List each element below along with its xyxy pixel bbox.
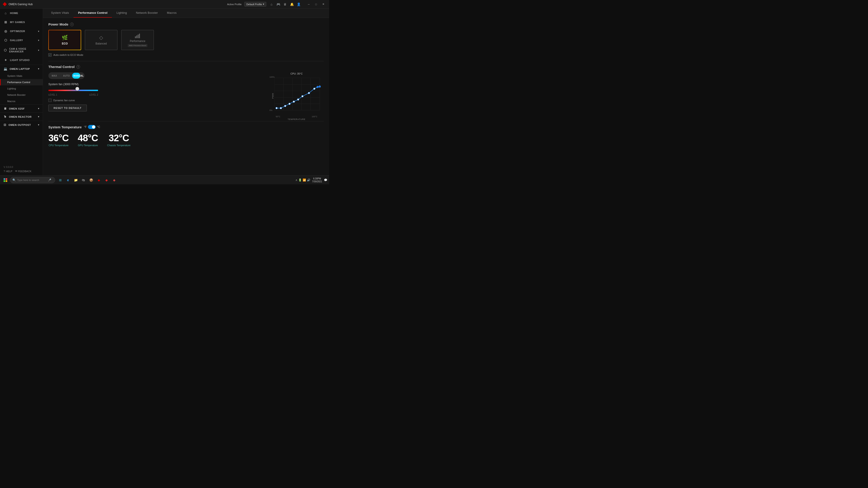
sidebar-sub-system-vitals[interactable]: System Vitals bbox=[0, 73, 43, 79]
thermal-mode-max[interactable]: MAX bbox=[49, 72, 60, 79]
maximize-button[interactable]: □ bbox=[313, 2, 319, 7]
svg-point-24 bbox=[313, 88, 315, 90]
taskbar-right: ∧ 🔋 📶 🔊 6:30PM 7/30/2021 💬 bbox=[296, 177, 328, 183]
fan-chart-container: CPU: 35°C 100% 0% PWM bbox=[270, 72, 324, 118]
svg-point-26 bbox=[319, 86, 321, 88]
tab-lighting[interactable]: Lighting bbox=[112, 8, 131, 18]
omen-laptop-section[interactable]: 💻 OMEN LAPTOP ▾ bbox=[0, 65, 43, 73]
sidebar-sub-performance-control[interactable]: Performance Control bbox=[0, 79, 43, 86]
chassis-temp-card: 32°C Chassis Temperature bbox=[107, 133, 131, 147]
dynamic-fan-row: ✓ Dynamic fan curve bbox=[49, 99, 262, 102]
sidebar-item-home[interactable]: ⌂ HOME bbox=[0, 8, 43, 18]
taskbar-up-arrow-icon[interactable]: ∧ bbox=[296, 178, 298, 182]
taskbar-apps: ⊞ e 📁 🛍 📦 ◆ ◆ ◆ bbox=[57, 177, 118, 184]
search-icon: 🔍 bbox=[12, 178, 16, 182]
temp-unit-switch[interactable] bbox=[88, 125, 96, 129]
chart-x-labels: 50°C 100°C bbox=[270, 116, 324, 118]
taskbar-app-edge[interactable]: e bbox=[65, 177, 71, 184]
sidebar-sub-lighting[interactable]: Lighting bbox=[0, 86, 43, 92]
app-title: OMEN Gaming Hub bbox=[8, 3, 33, 6]
sidebar-item-gallery[interactable]: ⬡ GALLERY ▾ bbox=[0, 36, 43, 45]
svg-rect-2 bbox=[138, 35, 138, 38]
auto-switch-checkbox[interactable]: ✓ bbox=[49, 53, 52, 57]
sidebar-item-cam-voice[interactable]: ⬡ CAM & VOICE ENHANCER ▾ bbox=[0, 45, 43, 56]
gallery-chevron-icon: ▾ bbox=[38, 39, 39, 41]
sys-temp-header: System Temperature °F °C bbox=[49, 125, 324, 129]
thermal-mode-manual[interactable]: MANUAL bbox=[72, 72, 85, 79]
start-button[interactable] bbox=[2, 176, 9, 184]
tab-network-booster[interactable]: Network Booster bbox=[131, 8, 162, 18]
optimizer-nav-icon: ◎ bbox=[4, 29, 8, 33]
help-link[interactable]: ? HELP bbox=[4, 170, 12, 173]
fan-slider-thumb[interactable] bbox=[75, 87, 79, 91]
thermal-mode-auto[interactable]: AUTO bbox=[60, 72, 72, 79]
chart-title: CPU: 35°C bbox=[270, 72, 324, 75]
cam-chevron-icon: ▾ bbox=[38, 49, 39, 52]
outpost-icon: ⊡ bbox=[4, 123, 6, 127]
close-button[interactable]: ✕ bbox=[320, 2, 327, 7]
tab-macros[interactable]: Macros bbox=[162, 8, 181, 18]
taskbar-app-omen-3[interactable]: ◆ bbox=[111, 177, 118, 184]
minimize-button[interactable]: ─ bbox=[306, 2, 312, 7]
omen-reactor-section[interactable]: 🖱 OMEN REACTOR ▾ bbox=[0, 112, 43, 121]
svg-rect-27 bbox=[4, 178, 5, 180]
feedback-link[interactable]: ✉ FEEDBACK bbox=[15, 170, 31, 173]
taskbar-clock[interactable]: 6:30PM 7/30/2021 bbox=[312, 177, 322, 183]
taskbar-app-omen-red[interactable]: ◆ bbox=[95, 177, 102, 184]
tab-system-vitals[interactable]: System Vitals bbox=[46, 8, 73, 18]
taskbar-app-task-view[interactable]: ⊞ bbox=[57, 177, 64, 184]
power-card-eco[interactable]: 🌿 ECO bbox=[49, 30, 81, 50]
search-input[interactable] bbox=[17, 179, 46, 182]
home-icon[interactable]: ⌂ bbox=[269, 2, 274, 6]
taskbar-volume-icon[interactable]: 🔊 bbox=[307, 178, 310, 182]
sidebar-item-optimizer[interactable]: ◎ OPTIMIZER ▾ bbox=[0, 27, 43, 36]
power-card-balanced[interactable]: ◇ Balanced bbox=[85, 30, 118, 50]
content-area: System Vitals Performance Control Lighti… bbox=[43, 8, 329, 175]
toggle-switch-knob bbox=[92, 125, 95, 129]
gallery-nav-icon: ⬡ bbox=[4, 38, 8, 42]
taskbar-search-bar[interactable]: 🔍 🎤 bbox=[10, 177, 55, 183]
taskbar-wifi-icon[interactable]: 📶 bbox=[303, 178, 306, 182]
app-body: ⌂ HOME ⊞ MY GAMES ◎ OPTIMIZER ▾ ⬡ GALLER… bbox=[0, 8, 329, 175]
power-mode-info-icon[interactable]: i bbox=[70, 23, 74, 26]
x25f-chevron-icon: ▾ bbox=[38, 107, 39, 110]
thermal-info-icon[interactable]: i bbox=[76, 65, 80, 69]
user-icon[interactable]: 👤 bbox=[296, 2, 301, 6]
temp-unit-toggle: °F °C bbox=[84, 125, 100, 129]
taskbar-app-dropbox[interactable]: 📦 bbox=[88, 177, 94, 184]
reactor-icon: 🖱 bbox=[4, 115, 7, 119]
fan-slider-labels: LEVEL 1 LEVEL 2 bbox=[49, 94, 98, 96]
chart-y-axis-label: PWM bbox=[272, 93, 274, 98]
omen-outpost-section[interactable]: ⊡ OMEN OUTPOST ▾ bbox=[0, 121, 43, 129]
x25f-icon: 🖥 bbox=[4, 107, 7, 110]
power-mode-title: Power Mode i bbox=[49, 22, 324, 26]
app-logo bbox=[3, 2, 7, 6]
taskbar-notification-icon[interactable]: 💬 bbox=[324, 178, 327, 182]
thermal-row: MAX AUTO MANUAL System fan (3000 RPM) bbox=[49, 72, 324, 118]
controller-icon[interactable]: 🎮 bbox=[276, 2, 281, 6]
monitor-icon[interactable]: 🖥 bbox=[283, 2, 287, 6]
sidebar-sub-macros[interactable]: Macros bbox=[0, 98, 43, 104]
omen-x25f-section[interactable]: 🖥 OMEN X25F ▾ bbox=[0, 104, 43, 112]
svg-rect-28 bbox=[6, 178, 7, 180]
bell-icon[interactable]: 🔔 bbox=[289, 2, 294, 6]
titlebar-icons: ⌂ 🎮 🖥 🔔 👤 bbox=[269, 2, 301, 6]
laptop-icon: 💻 bbox=[4, 67, 7, 70]
taskbar-battery-icon[interactable]: 🔋 bbox=[298, 178, 302, 182]
chart-area: 100% 0% PWM bbox=[270, 76, 324, 116]
sidebar-item-my-games[interactable]: ⊞ MY GAMES bbox=[0, 18, 43, 27]
reset-to-default-button[interactable]: RESET TO DEFAULT bbox=[49, 105, 87, 111]
tab-performance-control[interactable]: Performance Control bbox=[73, 8, 112, 18]
svg-point-22 bbox=[302, 95, 303, 97]
dynamic-fan-checkbox[interactable]: ✓ bbox=[49, 99, 52, 102]
power-card-performance[interactable]: Performance AMD Precision Boost bbox=[121, 30, 154, 50]
mic-icon: 🎤 bbox=[48, 178, 51, 182]
taskbar-app-store[interactable]: 🛍 bbox=[80, 177, 87, 184]
profile-dropdown[interactable]: Default Profile ▾ bbox=[244, 2, 266, 6]
fan-slider-wrap bbox=[49, 88, 98, 93]
eco-icon: 🌿 bbox=[62, 35, 68, 41]
taskbar-app-explorer[interactable]: 📁 bbox=[72, 177, 79, 184]
taskbar-app-omen-2[interactable]: ◆ bbox=[103, 177, 110, 184]
sidebar-sub-network-booster[interactable]: Network Booster bbox=[0, 92, 43, 98]
sidebar-item-light-studio[interactable]: ✦ LIGHT STUDIO bbox=[0, 56, 43, 65]
